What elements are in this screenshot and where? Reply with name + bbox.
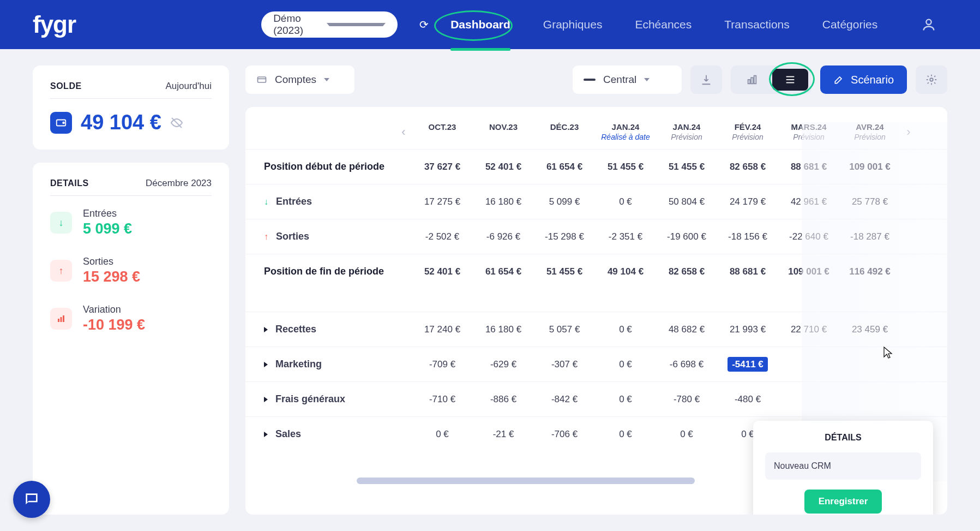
cell[interactable]: 16 180 €	[473, 324, 534, 335]
arrow-up-icon: ↑	[264, 232, 268, 242]
cell[interactable]: 109 001 €	[839, 162, 900, 172]
nav-categories[interactable]: Catégories	[822, 18, 878, 31]
cell[interactable]: 0 €	[595, 429, 656, 440]
cell[interactable]: 0 €	[595, 394, 656, 405]
cell[interactable]: 0 €	[595, 196, 656, 207]
cell[interactable]: -842 €	[534, 394, 595, 405]
row-label[interactable]: Frais généraux	[245, 393, 395, 405]
cell[interactable]: 16 180 €	[473, 196, 534, 207]
cell[interactable]: 50 804 €	[656, 196, 717, 207]
cell[interactable]: -2 351 €	[595, 231, 656, 242]
cell[interactable]: -6 926 €	[473, 231, 534, 242]
detail-label-variation: Variation	[83, 304, 145, 315]
expand-icon[interactable]	[264, 397, 268, 402]
cell[interactable]: -480 €	[717, 394, 778, 405]
nav-dashboard[interactable]: Dashboard	[450, 18, 510, 31]
cell[interactable]: 17 240 €	[412, 324, 473, 335]
nav-echeances[interactable]: Echéances	[635, 18, 692, 31]
cell[interactable]: 42 961 €	[778, 196, 839, 207]
cell[interactable]: 51 455 €	[656, 162, 717, 172]
cell[interactable]: 0 €	[656, 429, 717, 440]
user-icon[interactable]	[921, 17, 936, 32]
cell[interactable]: 5 057 €	[534, 324, 595, 335]
cell[interactable]: 48 682 €	[656, 324, 717, 335]
cell[interactable]: 24 179 €	[717, 196, 778, 207]
cell[interactable]: 37 627 €	[412, 162, 473, 172]
next-month[interactable]: ›	[900, 125, 917, 139]
view-table[interactable]	[772, 69, 808, 91]
prev-month[interactable]: ‹	[395, 125, 412, 139]
cell[interactable]: 82 658 €	[656, 266, 717, 277]
cell[interactable]: -18 156 €	[717, 231, 778, 242]
row-label[interactable]: Marketing	[245, 359, 395, 370]
scenario-btn-label: Scénario	[851, 74, 894, 86]
cell[interactable]: -5411 €	[717, 359, 778, 370]
cell[interactable]: -709 €	[412, 359, 473, 370]
save-button[interactable]: Enregistrer	[804, 490, 882, 514]
cell[interactable]: 82 658 €	[717, 162, 778, 172]
cell[interactable]: 0 €	[595, 324, 656, 335]
cell[interactable]: 88 681 €	[717, 266, 778, 277]
detail-value-variation: -10 199 €	[83, 317, 145, 333]
accounts-selector[interactable]: Comptes	[245, 65, 354, 94]
org-selector[interactable]: Démo (2023)	[261, 11, 398, 38]
cell[interactable]: -307 €	[534, 359, 595, 370]
cell[interactable]: 52 401 €	[473, 162, 534, 172]
cell[interactable]: 22 710 €	[778, 324, 839, 335]
cell[interactable]: 49 104 €	[595, 266, 656, 277]
cell[interactable]: 0 €	[595, 359, 656, 370]
arrow-down-icon: ↓	[264, 197, 268, 207]
cell[interactable]: -710 €	[412, 394, 473, 405]
row-label[interactable]: Sales	[245, 428, 395, 440]
settings-button[interactable]	[916, 65, 947, 94]
expand-icon[interactable]	[264, 362, 268, 367]
popover-input[interactable]	[765, 452, 921, 480]
cell[interactable]: -21 €	[473, 429, 534, 440]
cell[interactable]: 109 001 €	[778, 266, 839, 277]
table-row: Recettes17 240 €16 180 €5 057 €0 €48 682…	[245, 312, 947, 347]
row-label[interactable]: Recettes	[245, 324, 395, 335]
cell[interactable]: 5 099 €	[534, 196, 595, 207]
cell[interactable]: 51 455 €	[534, 266, 595, 277]
scenario-button[interactable]: Scénario	[820, 65, 907, 94]
cell[interactable]: -19 600 €	[656, 231, 717, 242]
eye-off-icon[interactable]	[170, 116, 183, 129]
cell[interactable]: 61 654 €	[534, 162, 595, 172]
table-row: Marketing-709 €-629 €-307 €0 €-6 698 €-5…	[245, 347, 947, 381]
refresh-icon[interactable]: ⟳	[419, 18, 429, 31]
cell[interactable]: 116 492 €	[839, 266, 900, 277]
expand-icon[interactable]	[264, 327, 268, 332]
details-popover: DÉTAILS Enregistrer	[753, 421, 933, 515]
cell[interactable]: 17 275 €	[412, 196, 473, 207]
svg-point-15	[930, 78, 933, 81]
cell[interactable]: -6 698 €	[656, 359, 717, 370]
download-button[interactable]	[690, 65, 722, 94]
cell[interactable]: -15 298 €	[534, 231, 595, 242]
cell[interactable]: 0 €	[412, 429, 473, 440]
month-header: MARS.24Prévision	[778, 122, 839, 141]
cell[interactable]: 21 993 €	[717, 324, 778, 335]
cell[interactable]: 88 681 €	[778, 162, 839, 172]
cell[interactable]: -18 287 €	[839, 231, 900, 242]
cell[interactable]: 23 459 €	[839, 324, 900, 335]
view-chart[interactable]	[734, 69, 770, 91]
expand-icon[interactable]	[264, 432, 268, 437]
cell[interactable]: 61 654 €	[473, 266, 534, 277]
scenario-selector[interactable]: Central	[573, 65, 682, 94]
cell[interactable]: -2 502 €	[412, 231, 473, 242]
cell[interactable]: -886 €	[473, 394, 534, 405]
cell[interactable]: -780 €	[656, 394, 717, 405]
cell[interactable]: 51 455 €	[595, 162, 656, 172]
accounts-text: Comptes	[275, 74, 316, 86]
month-header: NOV.23	[473, 122, 534, 141]
cell[interactable]: 25 778 €	[839, 196, 900, 207]
nav-graphiques[interactable]: Graphiques	[543, 18, 603, 31]
cell[interactable]: -706 €	[534, 429, 595, 440]
cell[interactable]: 52 401 €	[412, 266, 473, 277]
cell[interactable]: -629 €	[473, 359, 534, 370]
nav-transactions[interactable]: Transactions	[724, 18, 789, 31]
scenario-text: Central	[603, 74, 636, 86]
chat-bubble[interactable]	[13, 481, 50, 518]
cell[interactable]: -22 640 €	[778, 231, 839, 242]
svg-rect-6	[63, 315, 64, 322]
